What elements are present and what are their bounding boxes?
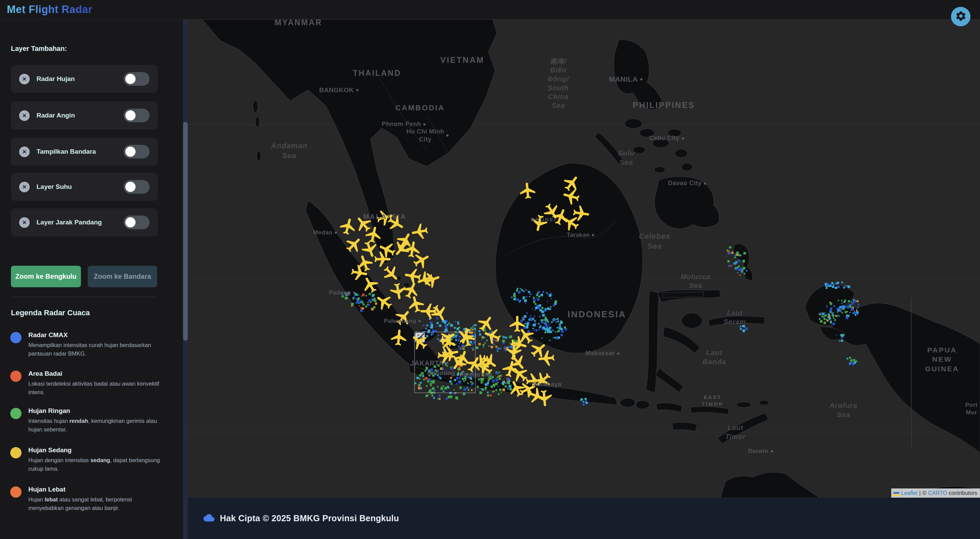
plane-icon: [421, 304, 437, 319]
layer-suhu-switch[interactable]: [124, 180, 150, 194]
legend-item-hujan-ringan: Hujan Ringan Intensitas hujan rendah, ke…: [10, 407, 157, 434]
legend-dot-yellow: [10, 447, 22, 458]
settings-button[interactable]: [951, 7, 970, 26]
tampilkan-bandara-switch[interactable]: [124, 145, 150, 158]
switch-knob: [125, 147, 135, 157]
plane-icon: [561, 172, 582, 195]
legend-item-desc: Menampilkan intensitas curah hujan berda…: [28, 341, 162, 358]
toggle-label: Layer Suhu: [37, 183, 124, 191]
toggle-row-radar-hujan: ✕ Radar Hujan: [11, 65, 158, 93]
plane-icon: [530, 214, 548, 233]
sidebar-divider: [11, 297, 157, 297]
layer-jarak-pandang-switch[interactable]: [124, 215, 150, 229]
app-header: Met Flight Radar: [0, 0, 980, 19]
toggle-label: Layer Jarak Pandang: [37, 218, 124, 226]
legend-dot-orange: [10, 486, 22, 498]
layer-error-icon: ✕: [19, 182, 30, 192]
toggle-row-layer-jarak-pandang: ✕ Layer Jarak Pandang: [11, 208, 158, 236]
legend-item-hujan-sedang: Hujan Sedang Hujan dengan intensitas sed…: [10, 447, 157, 473]
legend-item-desc: Intensitas hujan rendah, kemungkinan ger…: [28, 417, 162, 434]
legend-item-area-badai: Area Badai Lokasi terdeteksi aktivitas b…: [10, 370, 157, 397]
legend-item-title: Hujan Lebat: [28, 486, 157, 493]
plane-icon: [389, 282, 407, 301]
plane-icon: [519, 182, 536, 199]
toggle-label: Tampilkan Bandara: [37, 148, 124, 155]
zoom-bandara-button[interactable]: Zoom ke Bandara: [88, 266, 157, 287]
layer-error-icon: ✕: [19, 217, 30, 228]
ukraine-flag-icon: [893, 491, 899, 495]
legend-dot-blue: [10, 332, 22, 343]
legend-title: Legenda Radar Cuaca: [11, 308, 90, 317]
switch-knob: [125, 74, 135, 84]
plane-icon: [560, 212, 582, 234]
switch-knob: [125, 182, 135, 192]
toggle-label: Radar Hujan: [37, 75, 124, 83]
plane-icon: [380, 263, 402, 285]
layer-error-icon: ✕: [19, 110, 30, 121]
plane-icon: [391, 329, 407, 346]
legend-item-hujan-lebat: Hujan Lebat Hujan lebat atau sangat leba…: [10, 486, 157, 512]
map-canvas[interactable]: MYANMARTHAILANDVIETNAMCAMBODIAPHILIPPINE…: [188, 19, 980, 498]
layer-error-icon: ✕: [19, 74, 30, 85]
plane-icon: [562, 187, 581, 206]
zoom-bengkulu-button[interactable]: Zoom ke Bengkulu: [11, 266, 81, 287]
app-title: Met Flight Radar: [7, 3, 92, 16]
attribution-separator: |: [919, 490, 921, 496]
legend-item-desc: Lokasi terdeteksi aktivitas badai atau a…: [28, 380, 162, 397]
copyright-symbol: ©: [922, 490, 926, 496]
plane-icon: [410, 223, 429, 241]
toggle-row-radar-angin: ✕ Radar Angin: [11, 102, 158, 129]
layer-error-icon: ✕: [19, 147, 30, 157]
plane-icon: [377, 239, 398, 260]
carto-link[interactable]: CARTO: [928, 490, 947, 496]
legend-dot-green: [10, 408, 22, 419]
sidebar: Layer Tambahan: ✕ Radar Hujan ✕ Radar An…: [0, 19, 188, 539]
copyright-text: Hak Cipta © 2025 BMKG Provinsi Bengkulu: [220, 513, 399, 523]
legend-item-desc: Hujan lebat atau sangat lebat, berpotens…: [28, 495, 162, 512]
plane-icon: [437, 328, 458, 349]
cloud-icon: [204, 512, 215, 525]
plane-icon: [338, 217, 357, 236]
legend-item-title: Radar CMAX: [28, 331, 157, 339]
gear-icon: [955, 10, 967, 23]
plane-icon: [360, 274, 381, 295]
toggle-label: Radar Angin: [37, 112, 124, 119]
plane-icon: [392, 306, 414, 329]
plane-icon: [352, 213, 374, 235]
map-attribution: Leaflet | © CARTO contributors: [891, 488, 980, 498]
radar-hujan-switch[interactable]: [124, 72, 150, 86]
switch-knob: [125, 110, 135, 121]
map-overlays: [188, 19, 980, 498]
attribution-contributors: contributors: [948, 490, 977, 496]
legend-dot-red: [10, 371, 22, 382]
plane-icon: [375, 252, 391, 267]
legend-item-radar-cmax: Radar CMAX Menampilkan intensitas curah …: [10, 331, 157, 358]
radar-angin-switch[interactable]: [124, 108, 150, 122]
legend-item-title: Area Badai: [28, 370, 157, 378]
plane-icon: [536, 390, 553, 407]
legend-item-desc: Hujan dengan intensitas sedang, dapat be…: [28, 456, 162, 473]
scrollbar-thumb[interactable]: [183, 122, 188, 341]
toggle-row-layer-suhu: ✕ Layer Suhu: [11, 173, 158, 201]
leaflet-link[interactable]: Leaflet: [901, 490, 918, 496]
layers-section-label: Layer Tambahan:: [11, 45, 67, 53]
toggle-row-tampilkan-bandara: ✕ Tampilkan Bandara: [11, 138, 158, 166]
flight-markers-layer: [338, 172, 590, 407]
legend-item-title: Hujan Sedang: [28, 447, 157, 454]
plane-icon: [411, 250, 432, 271]
plane-icon: [375, 208, 395, 227]
legend-item-title: Hujan Ringan: [28, 407, 157, 415]
footer: Hak Cipta © 2025 BMKG Provinsi Bengkulu: [188, 498, 980, 539]
switch-knob: [125, 217, 135, 228]
plane-icon: [343, 234, 365, 256]
radar-precipitation-layer: [342, 246, 859, 406]
sidebar-scrollbar[interactable]: [183, 19, 188, 539]
